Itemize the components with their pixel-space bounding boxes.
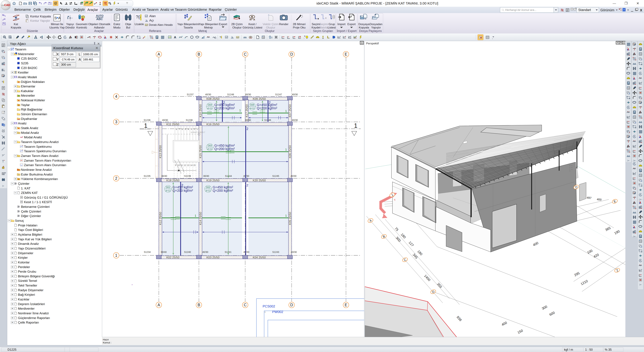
svg-text:Obje: Obje xyxy=(125,23,131,26)
svg-text:S1239: S1239 xyxy=(184,175,191,177)
svg-text:Uzaklık: Uzaklık xyxy=(134,23,144,26)
svg-text:D03: D03 xyxy=(208,144,212,147)
svg-text:K08 25/50: K08 25/50 xyxy=(206,97,220,100)
svg-text:345: 345 xyxy=(412,253,418,260)
svg-text:4: 4 xyxy=(115,94,118,99)
svg-text:2: 2 xyxy=(246,183,248,187)
svg-text:Hatırla: Hatırla xyxy=(320,26,328,29)
svg-text:Görünüş Listesi: Görünüş Listesi xyxy=(242,26,262,29)
svg-text:K13 25/50: K13 25/50 xyxy=(159,145,162,158)
svg-text:2: 2 xyxy=(246,127,248,131)
svg-text:16 RIHT18 8/25.7: 16 RIHT18 8/25.7 xyxy=(190,131,205,133)
svg-text:D: D xyxy=(290,52,293,56)
svg-text:K02 25/50: K02 25/50 xyxy=(166,256,180,259)
svg-text:Dosya Paylaşımı: Dosya Paylaşımı xyxy=(359,29,382,33)
svg-text:Oluştur: Oluştur xyxy=(265,29,274,33)
svg-text:E: E xyxy=(345,303,347,307)
svg-text:d=12: d=12 xyxy=(207,148,212,150)
svg-text:Yapı Bileşenleri: Yapı Bileşenleri xyxy=(199,23,218,26)
svg-text:K16 25/50: K16 25/50 xyxy=(206,123,220,126)
svg-text:Proje Oku: Proje Oku xyxy=(293,26,306,29)
svg-text:Yapıştır: Yapıştır xyxy=(371,26,381,29)
svg-text:Donatı Alanı Hesabı: Donatı Alanı Hesabı xyxy=(149,23,173,26)
svg-text:S1245: S1245 xyxy=(272,175,279,177)
svg-text:Kontur Kopyala: Kontur Kopyala xyxy=(30,15,51,18)
svg-text:Yapıyı: Yapıyı xyxy=(66,23,74,26)
svg-text:1: 1 xyxy=(144,122,148,129)
svg-text:Tasarla: Tasarla xyxy=(184,26,193,29)
svg-text:180: 180 xyxy=(400,233,407,239)
svg-text:13: 13 xyxy=(187,164,189,167)
svg-text:S1235: S1235 xyxy=(144,175,150,177)
svg-text:Düzenle: Düzenle xyxy=(27,29,38,33)
svg-text:Kontrolü: Kontrolü xyxy=(76,26,87,29)
svg-text:Export: Export xyxy=(219,23,227,26)
svg-text:3: 3 xyxy=(191,128,192,131)
svg-text:Metrajı: Metrajı xyxy=(204,26,213,29)
svg-text:G=450 kgf/m²: G=450 kgf/m² xyxy=(213,185,233,189)
svg-text:2B Mimari: 2B Mimari xyxy=(293,23,306,26)
svg-text:S1241: S1241 xyxy=(225,251,232,253)
svg-text:Oluştur: Oluştur xyxy=(266,26,276,29)
svg-text:Oluştur: Oluştur xyxy=(232,26,242,29)
svg-text:400: 400 xyxy=(596,198,602,201)
svg-text:AUTO: AUTO xyxy=(96,14,104,17)
svg-text:Araçlar: Araçlar xyxy=(94,29,104,33)
svg-text:Kat: Kat xyxy=(14,23,18,26)
svg-text:K04 25/50: K04 25/50 xyxy=(253,256,266,259)
svg-text:40/30: 40/30 xyxy=(162,119,168,121)
svg-text:K17 25/50: K17 25/50 xyxy=(245,104,248,117)
svg-text:S1236: S1236 xyxy=(144,119,150,121)
svg-text:1: 1 xyxy=(285,214,287,217)
svg-text:6: 6 xyxy=(182,128,183,131)
svg-text:Modu: Modu xyxy=(113,26,120,29)
svg-text:4: 4 xyxy=(188,128,189,131)
svg-text:1: 1 xyxy=(195,214,196,217)
svg-text:S1234: S1234 xyxy=(144,251,151,253)
svg-text:Kopyala: Kopyala xyxy=(11,26,21,29)
svg-text:Dosyaya: Dosyaya xyxy=(358,23,370,26)
svg-text:Seçimi: Seçimi xyxy=(319,23,328,26)
svg-text:40/30: 40/30 xyxy=(245,93,251,96)
svg-text:Listesi: Listesi xyxy=(328,26,336,29)
svg-text:497: 497 xyxy=(586,196,592,200)
svg-text:Seçim Grupları: Seçim Grupları xyxy=(313,29,333,33)
svg-text:75: 75 xyxy=(394,227,399,232)
svg-text:S1240: S1240 xyxy=(184,251,191,253)
svg-text:Uyumlu Yap: Uyumlu Yap xyxy=(49,26,64,29)
svg-text:127: 127 xyxy=(408,241,414,247)
svg-text:Döndür: Döndür xyxy=(66,26,75,29)
svg-text:180: 180 xyxy=(417,249,423,256)
svg-text:Eskiz: Eskiz xyxy=(114,23,120,26)
svg-text:Grup: Grup xyxy=(328,23,335,26)
svg-text:15: 15 xyxy=(193,164,196,167)
svg-text:Seçimi: Seçimi xyxy=(312,23,320,26)
svg-text:G=450 kgf/m²: G=450 kgf/m² xyxy=(172,185,193,189)
svg-text:12: 12 xyxy=(184,164,186,167)
svg-text:İmport / Export: İmport / Export xyxy=(337,29,356,33)
svg-text:K11 25/50: K11 25/50 xyxy=(166,123,179,126)
svg-text:ABC: ABC xyxy=(96,17,103,21)
svg-text:40/30: 40/30 xyxy=(243,175,249,177)
svg-text:K19 25/50: K19 25/50 xyxy=(206,179,220,182)
svg-text:420: 420 xyxy=(593,253,600,259)
svg-text:Q=200 kgf/m²: Q=200 kgf/m² xyxy=(213,189,233,192)
svg-text:B: B xyxy=(198,303,200,307)
svg-text:400: 400 xyxy=(532,241,539,247)
svg-text:Kaydet: Kaydet xyxy=(312,26,320,29)
svg-text:1: 1 xyxy=(115,253,118,258)
svg-text:S1247: S1247 xyxy=(275,93,282,96)
svg-text:S: S xyxy=(54,16,57,20)
svg-text:3: 3 xyxy=(115,120,118,124)
svg-text:d=12: d=12 xyxy=(166,189,170,192)
svg-text:40/30: 40/30 xyxy=(245,119,251,121)
svg-text:İmport: İmport xyxy=(338,23,346,26)
svg-text:5: 5 xyxy=(185,128,186,131)
svg-text:14: 14 xyxy=(190,164,192,167)
svg-text:40/30: 40/30 xyxy=(292,119,298,121)
svg-text:d=12: d=12 xyxy=(206,189,210,192)
svg-text:190: 190 xyxy=(614,229,620,235)
svg-text:Kontur Yapıştır: Kontur Yapıştır xyxy=(30,19,50,22)
svg-text:1210: 1210 xyxy=(580,279,588,286)
svg-text:300: 300 xyxy=(541,305,548,311)
